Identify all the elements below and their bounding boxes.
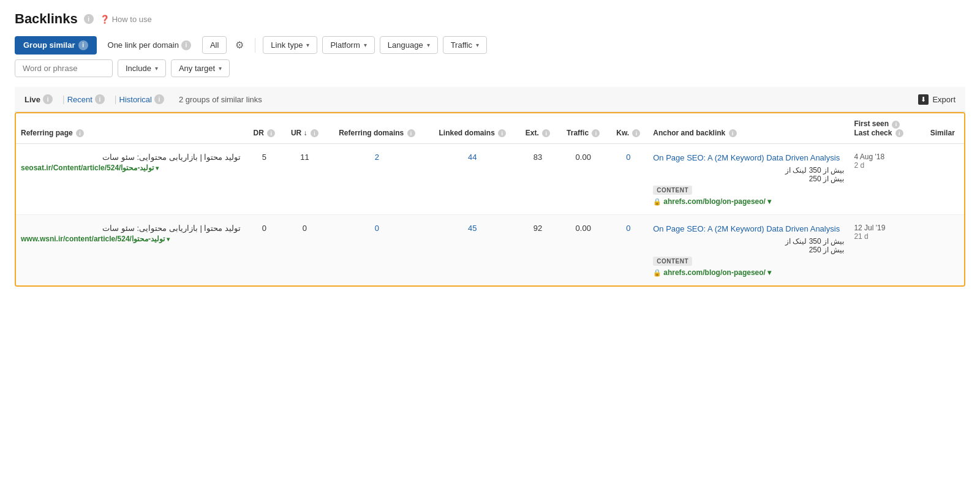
anchor-cell-2: On Page SEO: A (2M Keyword) Data Driven … — [648, 215, 849, 286]
ur-cell-1: 11 — [283, 144, 327, 215]
toolbar-row2: Include ▾ Any target ▾ — [15, 59, 965, 77]
include-arrow-icon: ▾ — [155, 65, 158, 72]
linked-domains-cell-2[interactable]: 45 — [428, 215, 518, 286]
traffic-cell-1: 0.00 — [558, 144, 608, 215]
dr-cell-2: 0 — [246, 215, 283, 286]
anchor-url-1[interactable]: 🔒 ahrefs.com/blog/on-pageseo/ ▾ — [653, 197, 844, 206]
orange-border-highlight: Referring page i DR i UR ↓ i Referring — [15, 112, 965, 287]
word-or-phrase-input[interactable] — [15, 59, 113, 77]
page-title: Backlinks — [15, 11, 78, 27]
ref-page-cell-2: تولید محتوا | بازاریابی محتوایی: سئو سات… — [16, 215, 246, 286]
anchor-title-2[interactable]: On Page SEO: A (2M Keyword) Data Driven … — [653, 224, 844, 235]
traffic-dropdown[interactable]: Traffic ▾ — [443, 36, 487, 54]
any-target-arrow-icon: ▾ — [219, 65, 222, 72]
col-first-seen-last-check: First seen i Last check i — [849, 113, 921, 144]
ext-cell-1: 83 — [518, 144, 558, 215]
group-similar-button[interactable]: Group similar i — [15, 36, 97, 55]
ref-page-url-2[interactable]: www.wsni.ir/content/article/524/تولید-مح… — [21, 235, 241, 243]
table-row: تولید محتوا | بازاریابی محتوایی: سئو سات… — [16, 215, 964, 286]
ref-url-arrow-2: ▾ — [167, 236, 170, 243]
anchor-url-arrow-2: ▾ — [767, 268, 771, 277]
table-container: Referring page i DR i UR ↓ i Referring — [15, 112, 965, 287]
table-row: تولید محتوا | بازاریابی محتوایی: سئو سات… — [16, 144, 964, 215]
anchor-arabic-2a: بیش از 350 لینک از — [653, 237, 844, 246]
traffic-cell-2: 0.00 — [558, 215, 608, 286]
ref-page-title-1[interactable]: تولید محتوا | بازاریابی محتوایی: سئو سات — [21, 153, 241, 162]
platform-dropdown[interactable]: Platform ▾ — [322, 36, 374, 54]
any-target-dropdown[interactable]: Any target ▾ — [171, 59, 230, 77]
title-info-icon[interactable]: i — [84, 14, 94, 24]
toolbar-row1: Group similar i One link per domain i Al… — [15, 36, 965, 55]
col-referring-domains: Referring domains i — [326, 113, 428, 144]
col-ref-domains-info[interactable]: i — [407, 129, 415, 137]
col-anchor-backlink: Anchor and backlink i — [648, 113, 849, 144]
date-cell-1: 4 Aug '18 2 d — [849, 144, 921, 215]
anchor-cell-1: On Page SEO: A (2M Keyword) Data Driven … — [648, 144, 849, 215]
similar-cell-1 — [921, 144, 964, 215]
groups-text: 2 groups of similar links — [179, 95, 262, 104]
linked-domains-cell-1[interactable]: 44 — [428, 144, 518, 215]
link-type-dropdown[interactable]: Link type ▾ — [263, 36, 317, 54]
tab-recent[interactable]: Recent i — [67, 92, 112, 107]
live-info-icon[interactable]: i — [43, 94, 53, 104]
lock-icon-2: 🔒 — [653, 269, 662, 277]
anchor-url-2[interactable]: 🔒 ahrefs.com/blog/on-pageseo/ ▾ — [653, 268, 844, 277]
one-link-info-icon[interactable]: i — [181, 40, 191, 50]
col-referring-page-info[interactable]: i — [76, 129, 84, 137]
anchor-arabic-1a: بیش از 350 لینک از — [653, 166, 844, 175]
col-kw-info[interactable]: i — [632, 129, 640, 137]
table-header-row: Referring page i DR i UR ↓ i Referring — [16, 113, 964, 144]
anchor-arabic-2b: بیش از 250 — [653, 246, 844, 254]
col-referring-page: Referring page i — [16, 113, 246, 144]
all-button[interactable]: All — [202, 36, 227, 54]
col-kw: Kw. i — [608, 113, 648, 144]
lock-icon-1: 🔒 — [653, 198, 662, 206]
language-dropdown[interactable]: Language ▾ — [380, 36, 438, 54]
toolbar-divider — [255, 38, 255, 53]
language-arrow-icon: ▾ — [427, 42, 430, 48]
col-linked-domains: Linked domains i — [428, 113, 518, 144]
platform-arrow-icon: ▾ — [364, 42, 367, 48]
ext-cell-2: 92 — [518, 215, 558, 286]
col-last-check-info[interactable]: i — [895, 129, 903, 137]
question-icon: ❓ — [100, 15, 110, 24]
col-dr: DR i — [246, 113, 283, 144]
anchor-title-1[interactable]: On Page SEO: A (2M Keyword) Data Driven … — [653, 153, 844, 164]
export-icon: ⬇ — [918, 94, 929, 105]
similar-cell-2 — [921, 215, 964, 286]
tab-historical[interactable]: Historical i — [119, 92, 172, 107]
content-badge-2: CONTENT — [653, 257, 692, 266]
date-cell-2: 12 Jul '19 21 d — [849, 215, 921, 286]
export-button[interactable]: ⬇ Export — [918, 94, 956, 105]
historical-info-icon[interactable]: i — [154, 94, 164, 104]
content-badge-1: CONTENT — [653, 186, 692, 195]
group-similar-info-icon[interactable]: i — [78, 40, 88, 50]
tabs-row: Live i | Recent i | Historical i 2 group… — [15, 87, 965, 112]
tab-live[interactable]: Live i — [24, 92, 60, 107]
col-traffic: Traffic i — [558, 113, 608, 144]
ref-domains-cell-1[interactable]: 2 — [326, 144, 428, 215]
col-similar: Similar — [921, 113, 964, 144]
how-to-use-link[interactable]: ❓ How to use — [100, 15, 152, 24]
col-traffic-info[interactable]: i — [592, 129, 600, 137]
col-first-seen-info[interactable]: i — [892, 121, 900, 129]
dr-cell-1: 5 — [246, 144, 283, 215]
anchor-url-arrow-1: ▾ — [767, 197, 771, 206]
backlinks-table: Referring page i DR i UR ↓ i Referring — [16, 113, 964, 285]
include-dropdown[interactable]: Include ▾ — [118, 59, 166, 77]
col-linked-domains-info[interactable]: i — [498, 129, 506, 137]
recent-info-icon[interactable]: i — [95, 94, 105, 104]
settings-gear-icon[interactable]: ⚙ — [232, 36, 247, 55]
col-dr-info[interactable]: i — [267, 129, 275, 137]
ref-page-cell-1: تولید محتوا | بازاریابی محتوایی: سئو سات… — [16, 144, 246, 215]
ref-page-url-1[interactable]: seosat.ir/Content/article/524/تولید-محتو… — [21, 164, 241, 172]
ur-cell-2: 0 — [283, 215, 327, 286]
col-ext-info[interactable]: i — [542, 129, 550, 137]
one-link-per-domain-button[interactable]: One link per domain i — [102, 36, 197, 55]
col-ur-info[interactable]: i — [311, 129, 318, 137]
ref-domains-cell-2[interactable]: 0 — [326, 215, 428, 286]
col-ur: UR ↓ i — [283, 113, 327, 144]
col-anchor-info[interactable]: i — [729, 129, 737, 137]
ref-page-title-2[interactable]: تولید محتوا | بازاریابی محتوایی: سئو سات — [21, 224, 241, 233]
kw-cell-1: 0 — [608, 144, 648, 215]
